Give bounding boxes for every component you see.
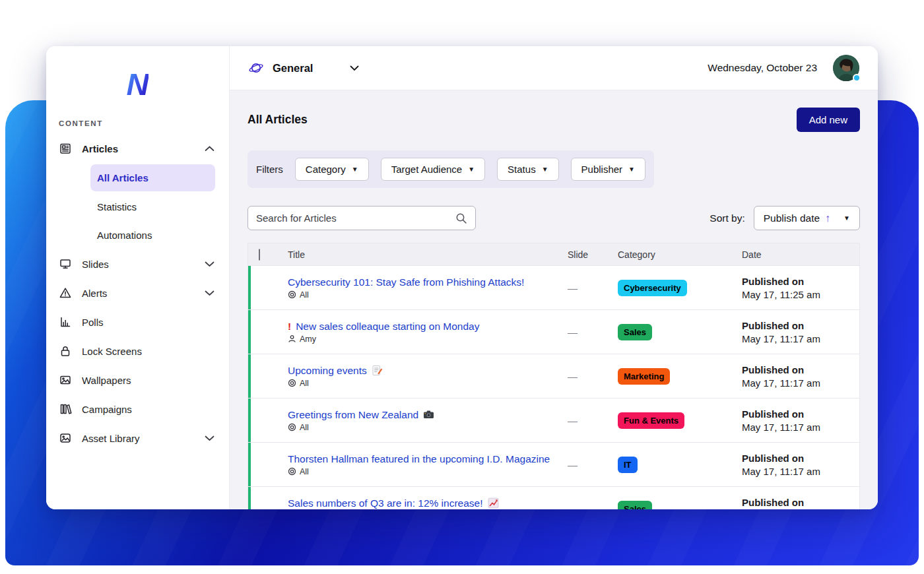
sidebar-item-automations[interactable]: Automations — [46, 221, 229, 249]
slide-cell: — — [568, 371, 618, 382]
category-badge: IT — [618, 457, 638, 473]
slide-cell: — — [568, 282, 618, 294]
audience-row: All — [288, 379, 568, 388]
sidebar-item-polls[interactable]: Polls — [46, 307, 229, 336]
person-icon — [288, 335, 296, 343]
audience-label: All — [300, 423, 309, 432]
lock-icon — [59, 344, 72, 358]
articles-icon — [59, 142, 72, 155]
article-title-link[interactable]: Thorsten Hallman featured in the upcomin… — [288, 453, 550, 465]
campaigns-icon — [59, 402, 72, 416]
chart-increasing-emoji-icon — [488, 497, 499, 509]
main-content: All Articles Add new Filters Category ▼ … — [230, 90, 878, 509]
topbar: General Wednesday, October 23 — [230, 46, 878, 90]
app-logo: N — [46, 69, 229, 100]
filter-status-dropdown[interactable]: Status ▼ — [497, 158, 558, 181]
sub-item-label: Automations — [97, 230, 152, 241]
filter-category-dropdown[interactable]: Category ▼ — [295, 158, 369, 181]
dropdown-label: Target Audience — [391, 164, 463, 175]
column-header-title: Title — [281, 249, 568, 260]
slide-cell: — — [568, 415, 618, 426]
table-row: Greetings from New Zealand — [248, 398, 859, 442]
sidebar-item-wallpapers[interactable]: Wallpapers — [46, 366, 229, 395]
table-row: Thorsten Hallman featured in the upcomin… — [248, 442, 859, 486]
current-date: Wednesday, October 23 — [708, 62, 817, 74]
sidebar-item-all-articles[interactable]: All Articles — [90, 164, 215, 191]
sidebar-item-asset-library[interactable]: Asset Library — [46, 424, 229, 453]
sort-dropdown[interactable]: Publish date ↑ ▼ — [754, 206, 860, 230]
sidebar-item-label: Slides — [82, 259, 109, 270]
date-cell: Published on May 17, 11:17 am — [742, 320, 859, 344]
status-dot — [853, 74, 861, 82]
chevron-down-icon — [205, 290, 214, 296]
audience-row: Amy — [288, 335, 568, 344]
slide-cell: — — [568, 327, 618, 338]
chevron-down-icon — [205, 261, 214, 267]
asset-library-icon — [59, 431, 72, 445]
right-pane: General Wednesday, October 23 — [230, 46, 878, 509]
sidebar-item-label: Wallpapers — [82, 375, 131, 386]
table-row: ! New sales colleaque starting on Monday… — [248, 309, 859, 354]
sidebar-item-articles[interactable]: Articles — [46, 134, 229, 163]
netpresenter-logo-icon: N — [127, 69, 149, 100]
filter-target-audience-dropdown[interactable]: Target Audience ▼ — [381, 158, 485, 181]
search-input[interactable] — [256, 212, 455, 224]
table-row: Cybersecurity 101: Stay Safe from Phishi… — [248, 265, 859, 309]
sidebar-item-slides[interactable]: Slides — [46, 249, 229, 278]
wallpapers-icon — [59, 373, 72, 387]
articles-table: Title Slide Category Date Cybersecurity … — [248, 243, 860, 509]
date-cell: Published on May 17, 11:17 am — [742, 408, 859, 433]
sidebar-item-label: Alerts — [82, 288, 107, 299]
camera-emoji-icon — [423, 409, 434, 420]
planet-icon — [248, 60, 264, 76]
priority-mark: ! — [288, 321, 291, 333]
table-header: Title Slide Category Date — [248, 243, 859, 265]
sidebar-item-campaigns[interactable]: Campaigns — [46, 395, 229, 424]
table-row: Upcoming events — [248, 354, 859, 398]
article-title-link[interactable]: Sales numbers of Q3 are in: 12% increase… — [288, 497, 499, 509]
user-avatar[interactable] — [833, 55, 859, 81]
filter-publisher-dropdown[interactable]: Publisher ▼ — [571, 158, 645, 181]
chevron-down-icon — [205, 435, 214, 441]
filters-bar: Filters Category ▼ Target Audience ▼ Sta… — [248, 150, 654, 188]
dropdown-label: Category — [306, 164, 346, 175]
sub-item-label: All Articles — [97, 172, 148, 183]
sidebar-section-label: CONTENT — [59, 119, 229, 127]
column-header-date: Date — [742, 249, 859, 260]
sidebar-item-lock-screens[interactable]: Lock Screens — [46, 336, 229, 366]
sidebar-item-label: Lock Screens — [82, 346, 142, 357]
chevron-down-icon — [350, 65, 359, 71]
chevron-up-icon — [205, 146, 214, 152]
article-title-link[interactable]: Greetings from New Zealand — [288, 409, 434, 421]
filters-label: Filters — [256, 164, 283, 175]
category-badge: Sales — [618, 501, 652, 510]
caret-down-icon: ▼ — [542, 166, 548, 173]
sidebar-item-alerts[interactable]: Alerts — [46, 278, 229, 307]
table-row: Sales numbers of Q3 are in: 12% increase… — [248, 486, 859, 509]
stage: N CONTENT Articles All Articles Sta — [0, 0, 924, 574]
audience-row: All — [288, 423, 568, 432]
article-title-link[interactable]: Upcoming events — [288, 365, 383, 377]
channel-name: General — [273, 62, 313, 75]
select-all-checkbox[interactable] — [259, 249, 260, 261]
category-badge: Fun & Events — [618, 412, 684, 429]
channel-selector[interactable]: General — [248, 60, 359, 76]
caret-down-icon: ▼ — [468, 166, 475, 173]
add-new-button[interactable]: Add new — [797, 108, 860, 132]
article-title-link[interactable]: ! New sales colleaque starting on Monday — [288, 321, 479, 333]
sidebar: N CONTENT Articles All Articles Sta — [46, 46, 230, 509]
polls-icon — [59, 315, 72, 329]
category-badge: Sales — [618, 324, 652, 340]
sidebar-item-statistics[interactable]: Statistics — [46, 193, 229, 221]
slide-cell: — — [568, 503, 618, 510]
sort-ascending-arrow-icon: ↑ — [825, 212, 830, 224]
audience-row: All — [288, 467, 568, 476]
article-title-link[interactable]: Cybersecurity 101: Stay Safe from Phishi… — [288, 276, 524, 288]
search-icon — [455, 212, 467, 224]
alerts-icon — [59, 286, 72, 300]
date-cell: Published on May 17, 11:17 am — [742, 364, 859, 389]
date-cell: Published on May 17, 11:17 am — [742, 453, 859, 477]
sort-value: Publish date — [764, 212, 820, 224]
audience-row: All — [288, 290, 568, 300]
dropdown-label: Publisher — [581, 164, 623, 175]
